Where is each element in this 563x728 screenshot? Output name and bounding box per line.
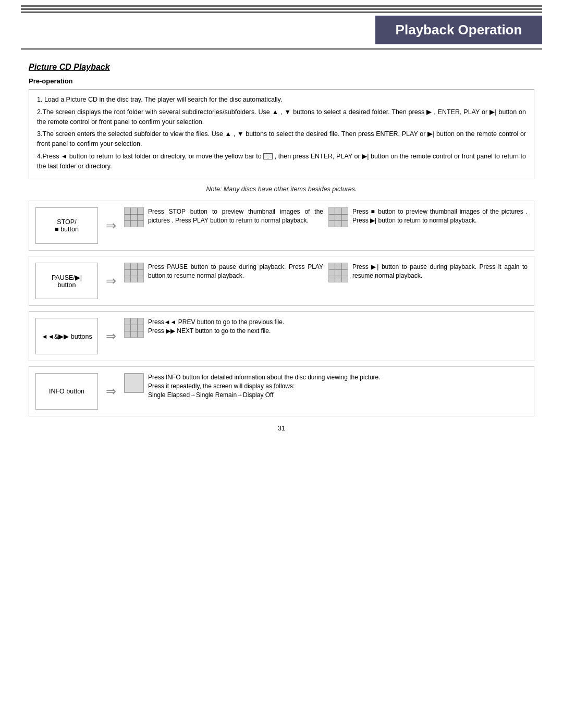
operation-row-pause: PAUSE/▶|button ⇒ [29, 256, 534, 306]
thumb-cell [138, 208, 143, 214]
arrow-icon: ⇒ [106, 329, 116, 343]
op-arrow-prevnext: ⇒ [98, 329, 124, 343]
arrow-icon: ⇒ [106, 384, 116, 399]
info-icon [124, 373, 144, 393]
thumb-cell [335, 208, 341, 214]
page-title: Playback Operation [375, 16, 542, 44]
op-info-label: INFO button [35, 373, 98, 410]
pause-grid-icon-2 [329, 263, 348, 282]
thumb-cell [131, 221, 137, 227]
op-pause-right: Press PAUSE button to pause during playb… [124, 263, 528, 282]
pre-op-step-2: 2.The screen displays the root folder wi… [37, 107, 526, 127]
stop-desc-text-right: Press ■ button to preview thumbnail imag… [352, 207, 528, 225]
thumb-cell [335, 221, 341, 227]
thumb-cell [329, 215, 335, 220]
section-title: Picture CD Playback [29, 63, 534, 72]
op-arrow-stop: ⇒ [98, 218, 124, 233]
thumb-cell [335, 276, 341, 282]
info-desc: Press INFO button for detailed informati… [124, 373, 528, 399]
op-stop-right: Press STOP button to preview thumbnail i… [124, 207, 528, 227]
stop-desc-text-left: Press STOP button to preview thumbnail i… [148, 207, 323, 225]
header-line-1 [21, 5, 542, 7]
thumb-cell [342, 263, 348, 269]
thumb-cell [329, 270, 335, 276]
pre-op-step-4: 4.Press ◄ button to return to last folde… [37, 152, 526, 171]
pause-button-label: PAUSE/▶|button [52, 274, 82, 289]
pause-desc-text-left: Press PAUSE button to pause during playb… [148, 263, 323, 280]
thumb-cell [342, 270, 348, 276]
thumb-cell [138, 318, 143, 324]
pause-desc-right: Press ▶| button to pause during playback… [328, 263, 528, 282]
thumb-cell [125, 263, 130, 269]
note-text: Note: Many discs have other items beside… [29, 186, 534, 193]
sub-section-title: Pre-operation [29, 77, 534, 85]
thumb-cell [131, 325, 137, 331]
thumb-cell [125, 331, 130, 337]
header-divider [21, 48, 542, 50]
pre-operation-box: 1. Load a Picture CD in the disc tray. T… [29, 89, 534, 179]
pause-grid-icon [125, 263, 143, 282]
prevnext-desc-text: Press◄◄ PREV button to go to the previou… [148, 318, 528, 336]
thumb-cell [131, 318, 137, 324]
thumb-cell [131, 270, 137, 276]
pause-desc-text-right: Press ▶| button to pause during playback… [352, 263, 528, 280]
thumb-cell [125, 276, 130, 282]
header-title-row: Playback Operation [0, 16, 563, 44]
pause-icon-left [124, 263, 144, 282]
page-number: 31 [29, 424, 534, 432]
thumb-cell [125, 221, 130, 227]
thumb-cell [138, 331, 143, 337]
thumb-cell [329, 263, 335, 269]
main-content: Picture CD Playback Pre-operation 1. Loa… [0, 55, 563, 440]
pre-op-step-3: 3.The screen enters the selected subfold… [37, 129, 526, 149]
thumb-cell [138, 263, 143, 269]
prevnext-desc: Press◄◄ PREV button to go to the previou… [124, 318, 528, 338]
stop-thumb-icon-left [124, 207, 144, 227]
arrow-icon: ⇒ [106, 218, 116, 233]
thumb-cell [125, 215, 130, 220]
stop-desc-right: Press ■ button to preview thumbnail imag… [328, 207, 528, 227]
thumb-cell [342, 221, 348, 227]
thumb-cell [125, 325, 130, 331]
header: Playback Operation [0, 0, 563, 50]
operation-row-prevnext: ◄◄&▶▶ buttons ⇒ [29, 311, 534, 361]
thumb-cell [138, 276, 143, 282]
thumb-cell [335, 215, 341, 220]
op-info-right: Press INFO button for detailed informati… [124, 373, 528, 399]
thumb-cell [329, 208, 335, 214]
thumb-cell [335, 270, 341, 276]
prevnext-button-label: ◄◄&▶▶ buttons [41, 332, 92, 340]
stop-button-label: STOP/■ button [55, 218, 79, 233]
thumb-cell [342, 276, 348, 282]
thumb-cell [131, 208, 137, 214]
op-pause-label: PAUSE/▶|button [35, 263, 98, 299]
thumb-cell [335, 263, 341, 269]
thumb-cell [138, 270, 143, 276]
op-prevnext-right: Press◄◄ PREV button to go to the previou… [124, 318, 528, 338]
op-arrow-info: ⇒ [98, 384, 124, 399]
folder-icon: .. [263, 153, 273, 159]
info-desc-text: Press INFO button for detailed informati… [148, 373, 528, 399]
thumb-grid-icon-2 [329, 208, 348, 227]
thumb-cell [138, 215, 143, 220]
thumb-grid-icon [125, 208, 143, 227]
operation-row-info: INFO button ⇒ Press INFO button for deta… [29, 366, 534, 416]
info-icon-box [125, 374, 143, 392]
pre-op-step-1: 1. Load a Picture CD in the disc tray. T… [37, 95, 526, 105]
stop-desc-left: Press STOP button to preview thumbnail i… [124, 207, 323, 227]
op-stop-label: STOP/■ button [35, 207, 98, 244]
thumb-cell [131, 331, 137, 337]
operation-row-stop: STOP/■ button ⇒ [29, 201, 534, 251]
thumb-cell [138, 221, 143, 227]
op-prevnext-label: ◄◄&▶▶ buttons [35, 318, 98, 354]
prevnext-icon [124, 318, 144, 338]
thumb-cell [125, 318, 130, 324]
header-lines [0, 0, 563, 13]
thumb-cell [125, 270, 130, 276]
arrow-icon: ⇒ [106, 274, 116, 288]
thumb-cell [131, 276, 137, 282]
header-line-2 [21, 8, 542, 10]
op-arrow-pause: ⇒ [98, 274, 124, 288]
thumb-cell [138, 325, 143, 331]
thumb-cell [329, 276, 335, 282]
